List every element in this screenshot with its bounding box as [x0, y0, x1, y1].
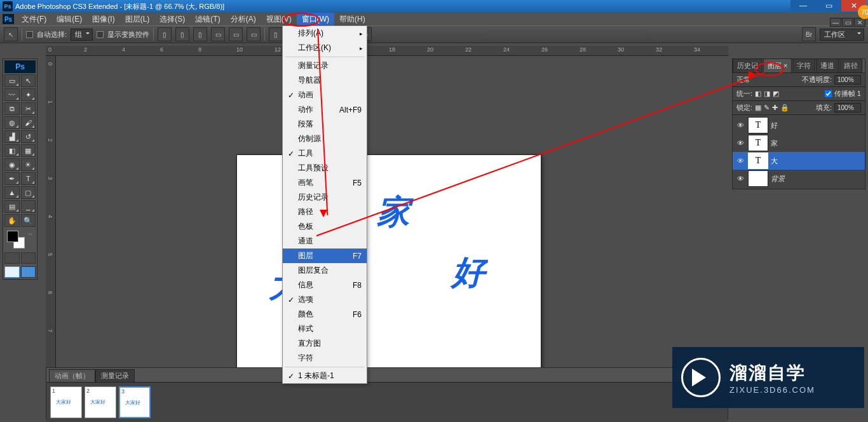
menu-tools[interactable]: ✓工具 [283, 146, 367, 161]
doc-close-button[interactable]: ✕ [854, 18, 865, 27]
type-tool[interactable]: T [21, 172, 36, 185]
align-bottom-icon[interactable]: ▭ [247, 27, 261, 41]
zoom-tool[interactable]: 🔍 [21, 214, 36, 227]
menu-image[interactable]: 图像(I) [87, 13, 119, 26]
align-left-icon[interactable]: ▯ [158, 27, 172, 41]
propagate-checkbox[interactable] [825, 90, 832, 97]
visibility-toggle[interactable]: 👁 [735, 138, 745, 148]
eraser-tool[interactable]: ◧ [4, 144, 20, 157]
menu-swatches[interactable]: 色板 [283, 219, 367, 234]
menu-actions[interactable]: 动作Alt+F9 [283, 102, 367, 117]
menu-select[interactable]: 选择(S) [154, 13, 190, 26]
pen-tool[interactable]: ✒ [4, 172, 20, 185]
bridge-icon[interactable]: Br [802, 27, 816, 41]
frame-2[interactable]: 2大家好 [85, 386, 116, 418]
lock-trans-icon[interactable]: ▦ [755, 104, 761, 112]
move-tool[interactable]: ↖ [21, 74, 36, 87]
minimize-button[interactable]: — [790, 0, 816, 11]
menu-arrange[interactable]: 排列(A)▸ [283, 26, 367, 41]
layer-row-1[interactable]: 👁 T 好 [733, 116, 865, 134]
tab-layers[interactable]: 图层 × [763, 58, 792, 72]
menu-window[interactable]: 窗口(W) [297, 13, 334, 26]
layer-row-2[interactable]: 👁 T 家 [733, 134, 865, 152]
menu-toolpresets[interactable]: 工具预设 [283, 161, 367, 175]
menu-clonesource[interactable]: 仿制源 [283, 132, 367, 146]
fill-field[interactable]: 100% [834, 103, 861, 112]
menu-edit[interactable]: 编辑(E) [51, 13, 87, 26]
layer-row-bg[interactable]: 👁 背景 [733, 170, 865, 187]
menu-workspace-sub[interactable]: 工作区(K)▸ [283, 41, 367, 55]
showtransform-checkbox[interactable] [97, 31, 104, 38]
autoselect-checkbox[interactable] [26, 31, 33, 38]
menu-channels[interactable]: 通道 [283, 234, 367, 248]
foreground-swatch[interactable] [7, 231, 18, 242]
gradient-tool[interactable]: ▦ [21, 144, 36, 157]
menu-character[interactable]: 字符 [283, 351, 367, 365]
tab-animation-frames[interactable]: 动画（帧） [49, 369, 95, 382]
menu-paragraph[interactable]: 段落 [283, 117, 367, 132]
screen-mode-2[interactable] [21, 266, 36, 278]
brush-tool[interactable]: 🖌 [21, 116, 36, 129]
workspace-select[interactable]: 工作区 [820, 29, 864, 41]
unify-icon-1[interactable]: ◧ [755, 90, 761, 98]
menu-layer[interactable]: 图层(L) [120, 13, 155, 26]
move-tool-icon[interactable]: ↖ [4, 27, 18, 41]
quickmask-button[interactable] [21, 252, 36, 264]
menu-measurement[interactable]: 测量记录 [283, 58, 367, 73]
standard-mode-button[interactable] [4, 252, 20, 264]
align-top-icon[interactable]: ▭ [211, 27, 225, 41]
align-center-h-icon[interactable]: ▯ [175, 27, 189, 41]
menu-styles[interactable]: 样式 [283, 322, 367, 336]
menu-paths[interactable]: 路径 [283, 205, 367, 219]
path-select-tool[interactable]: ▲ [4, 186, 20, 199]
menu-options[interactable]: ✓选项 [283, 292, 367, 307]
frame-1[interactable]: 1大家好 [50, 386, 82, 418]
menu-help[interactable]: 帮助(H) [334, 13, 370, 26]
align-right-icon[interactable]: ▯ [193, 27, 207, 41]
doc-restore-button[interactable]: ▭ [842, 18, 853, 27]
align-middle-v-icon[interactable]: ▭ [229, 27, 243, 41]
screen-mode-1[interactable] [4, 266, 20, 278]
menu-histogram[interactable]: 直方图 [283, 336, 367, 351]
menu-brushes[interactable]: 画笔F5 [283, 175, 367, 190]
lock-pos-icon[interactable]: ✚ [772, 104, 778, 112]
visibility-toggle[interactable]: 👁 [735, 174, 745, 184]
tab-channels[interactable]: 通道 [816, 58, 839, 72]
menu-view[interactable]: 视图(V) [261, 13, 297, 26]
dodge-tool[interactable]: ☀ [21, 158, 36, 171]
lock-pixels-icon[interactable]: ✎ [764, 104, 770, 112]
heal-tool[interactable]: ◍ [4, 116, 20, 129]
menu-info[interactable]: 信息F8 [283, 278, 367, 292]
unify-icon-3[interactable]: ◩ [773, 90, 779, 98]
hand-tool[interactable]: ✋ [4, 214, 20, 227]
notes-tool[interactable]: ▤ [4, 200, 20, 213]
layer-row-3[interactable]: 👁 T 大 [733, 152, 865, 170]
menu-doc-1[interactable]: ✓1 未标题-1 [283, 369, 367, 383]
menu-navigator[interactable]: 导航器 [283, 73, 367, 88]
menu-layers[interactable]: 图层F7 [283, 248, 367, 263]
history-brush-tool[interactable]: ↺ [21, 130, 36, 143]
dist-left-icon[interactable]: ▯ [269, 27, 283, 41]
swap-colors-icon[interactable]: ↔ [27, 231, 34, 237]
doc-min-button[interactable]: — [830, 18, 841, 27]
stamp-tool[interactable]: ▟ [4, 130, 20, 143]
maximize-button[interactable]: ▭ [816, 0, 841, 11]
lock-all-icon[interactable]: 🔒 [780, 104, 789, 112]
blend-mode-select[interactable]: 正常 [736, 75, 775, 85]
lasso-tool[interactable]: 〰 [4, 88, 20, 101]
autoselect-target-select[interactable]: 组 [71, 29, 93, 41]
tab-measurement-log[interactable]: 测量记录 [95, 369, 135, 382]
visibility-toggle[interactable]: 👁 [735, 120, 745, 130]
menu-color[interactable]: 颜色F6 [283, 307, 367, 322]
slice-tool[interactable]: ✂ [21, 102, 36, 115]
frame-3[interactable]: 3大家好 [119, 386, 151, 418]
tab-history[interactable]: 历史记 [733, 58, 763, 72]
unify-icon-2[interactable]: ◨ [764, 90, 770, 98]
blur-tool[interactable]: ◉ [4, 158, 20, 171]
menu-animation[interactable]: ✓动画 [283, 88, 367, 102]
menu-history[interactable]: 历史记录 [283, 190, 367, 205]
marquee-tool[interactable]: ▭ [4, 74, 20, 87]
shape-tool[interactable]: ▢ [21, 186, 36, 199]
menu-layercomps[interactable]: 图层复合 [283, 263, 367, 278]
wand-tool[interactable]: ✦ [21, 88, 36, 101]
